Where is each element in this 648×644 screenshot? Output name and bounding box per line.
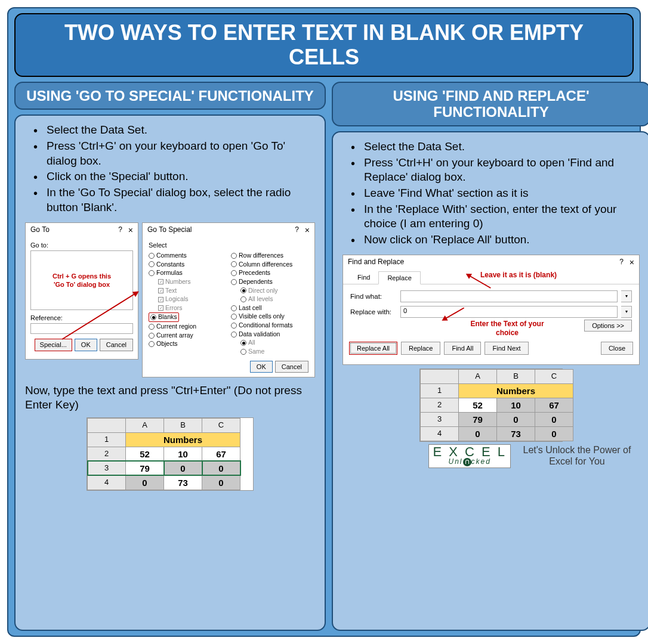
tab-find[interactable]: Find: [349, 271, 378, 284]
right-column: USING 'FIND AND REPLACE' FUNCTIONALITY S…: [332, 82, 648, 631]
goto-list[interactable]: Ctrl + G opens this 'Go To' dialog box: [30, 250, 133, 310]
radio-data-validation[interactable]: Data validation: [231, 330, 308, 339]
logo-text-bottom2: cked: [471, 457, 491, 466]
cancel-button[interactable]: Cancel: [100, 339, 133, 351]
replace-with-label: Replace with:: [350, 308, 397, 317]
gts-title-text: Go To Special: [147, 225, 192, 235]
radio-comments[interactable]: Comments: [149, 252, 226, 260]
instruction-text: Now, type the text and press "Ctrl+Enter…: [25, 383, 315, 413]
lock-icon: [463, 458, 471, 466]
ok-button[interactable]: OK: [250, 361, 273, 373]
radio-col-diff[interactable]: Column differences: [231, 261, 308, 269]
ok-button[interactable]: OK: [75, 339, 97, 351]
fr-titlebar: Find and Replace ? ×: [343, 255, 639, 270]
hint-text: 'Go To' dialog box: [54, 280, 110, 289]
footer: E X C E L Unlcked Let's Unlock the Power…: [342, 444, 640, 468]
radio-current-region[interactable]: Current region: [149, 323, 226, 331]
tab-replace[interactable]: Replace: [378, 271, 420, 284]
radio-precedents[interactable]: Precedents: [231, 269, 308, 277]
close-icon[interactable]: ×: [128, 225, 133, 236]
check-numbers: ✓Numbers: [149, 278, 226, 286]
replace-with-input[interactable]: 0: [400, 306, 618, 318]
goto-title-text: Go To: [30, 225, 50, 235]
bullet: Press 'Ctrl+H' on your keyboard to open …: [348, 156, 640, 185]
radio-dependents[interactable]: Dependents: [231, 278, 308, 286]
radio-objects[interactable]: Objects: [149, 340, 226, 348]
left-column: USING 'GO TO SPECIAL' FUNCTIONALITY Sele…: [14, 82, 326, 631]
reference-input[interactable]: [30, 323, 133, 334]
left-bullet-list: Select the Data Set. Press 'Ctrl+G' on y…: [25, 123, 315, 215]
bullet: In the 'Replace With' section, enter the…: [348, 202, 640, 231]
close-button[interactable]: Close: [601, 342, 633, 355]
infographic-container: TWO WAYS TO ENTER TEXT IN BLANK OR EMPTY…: [7, 7, 641, 637]
right-bullet-list: Select the Data Set. Press 'Ctrl+H' on y…: [342, 140, 640, 247]
logo-text-top: E X C E L: [433, 446, 507, 458]
radio-last-cell[interactable]: Last cell: [231, 304, 308, 312]
bullet: In the 'Go To Special' dialog box, selec…: [31, 185, 315, 215]
check-errors: ✓Errors: [149, 304, 226, 312]
tagline: Let's Unlock the Power of Excel for You: [514, 445, 640, 467]
dropdown-icon[interactable]: ▾: [621, 290, 632, 302]
special-button[interactable]: Special...: [35, 339, 72, 351]
check-text: ✓Text: [149, 287, 226, 295]
dropdown-icon[interactable]: ▾: [621, 306, 632, 318]
sample-sheet-right: ABC 1Numbers 2521067 37900 40730: [419, 369, 563, 442]
main-title: TWO WAYS TO ENTER TEXT IN BLANK OR EMPTY…: [14, 13, 634, 77]
bullet: Select the Data Set.: [31, 123, 315, 138]
bullet: Now click on 'Replace All' button.: [348, 233, 640, 247]
sheet-header: Numbers: [126, 432, 240, 447]
left-content: Select the Data Set. Press 'Ctrl+G' on y…: [14, 114, 326, 631]
find-what-input[interactable]: [400, 290, 618, 302]
options-button[interactable]: Options >>: [584, 320, 632, 332]
goto-list-label: Go to:: [30, 241, 133, 249]
check-logicals: ✓Logicals: [149, 295, 226, 304]
bullet: Press 'Ctrl+G' on your keyboard to open …: [31, 139, 315, 168]
find-what-label: Find what:: [350, 292, 397, 301]
replace-all-button[interactable]: Replace All: [349, 342, 397, 355]
hint-text: Ctrl + G opens this: [53, 272, 111, 280]
left-heading: USING 'GO TO SPECIAL' FUNCTIONALITY: [14, 82, 326, 110]
fr-title-text: Find and Replace: [348, 258, 404, 267]
goto-titlebar: Go To ? ×: [26, 223, 138, 237]
dialog-screenshots: Go To ? × Go to: Ctrl + G opens this 'Go…: [25, 222, 315, 377]
find-all-button[interactable]: Find All: [444, 342, 481, 355]
find-replace-dialog: Find and Replace ? × Find Replace Find w…: [342, 255, 640, 365]
help-icon[interactable]: ?: [295, 225, 299, 235]
help-icon[interactable]: ?: [619, 258, 624, 267]
goto-special-dialog: Go To Special ? × Select Comments: [142, 222, 315, 377]
sheet-header: Numbers: [459, 383, 573, 398]
callout-find-note: Leave it as it is (blank): [480, 271, 557, 280]
radio-row-diff[interactable]: Row differences: [231, 252, 308, 260]
bullet: Leave 'Find What' section as it is: [348, 186, 640, 201]
reference-label: Reference:: [30, 314, 133, 322]
goto-dialog: Go To ? × Go to: Ctrl + G opens this 'Go…: [25, 222, 138, 360]
close-icon[interactable]: ×: [630, 257, 634, 268]
radio-all: All: [231, 339, 308, 347]
radio-direct: Direct only: [231, 287, 308, 295]
cancel-button[interactable]: Cancel: [275, 361, 308, 373]
find-next-button[interactable]: Find Next: [485, 342, 528, 355]
close-icon[interactable]: ×: [305, 225, 310, 236]
radio-formulas[interactable]: Formulas: [149, 269, 226, 277]
gts-select-label: Select: [149, 241, 308, 249]
gts-titlebar: Go To Special ? ×: [143, 223, 314, 237]
replace-button[interactable]: Replace: [401, 342, 440, 355]
help-icon[interactable]: ?: [118, 225, 122, 235]
radio-constants[interactable]: Constants: [149, 261, 226, 269]
bullet: Select the Data Set.: [348, 140, 640, 154]
right-heading: USING 'FIND AND REPLACE' FUNCTIONALITY: [332, 82, 648, 126]
logo-text-bottom: Unl: [449, 457, 463, 466]
gts-left-options: Comments Constants Formulas ✓Numbers ✓Te…: [149, 252, 226, 356]
callout-replace-note: Enter the Text of your choice: [462, 320, 552, 338]
bullet: Click on the 'Special' button.: [31, 169, 315, 184]
columns: USING 'GO TO SPECIAL' FUNCTIONALITY Sele…: [14, 82, 634, 631]
radio-same: Same: [231, 348, 308, 356]
radio-current-array[interactable]: Current array: [149, 332, 226, 340]
sample-sheet-left: ABC 1Numbers 2521067 37900 40730: [87, 417, 254, 491]
radio-cond-formats[interactable]: Conditional formats: [231, 321, 308, 330]
radio-visible[interactable]: Visible cells only: [231, 312, 308, 321]
gts-right-options: Row differences Column differences Prece…: [231, 252, 308, 356]
right-content: Select the Data Set. Press 'Ctrl+H' on y…: [332, 131, 648, 631]
radio-all-levels: All levels: [231, 295, 308, 304]
radio-blanks[interactable]: Blanks: [149, 312, 226, 322]
